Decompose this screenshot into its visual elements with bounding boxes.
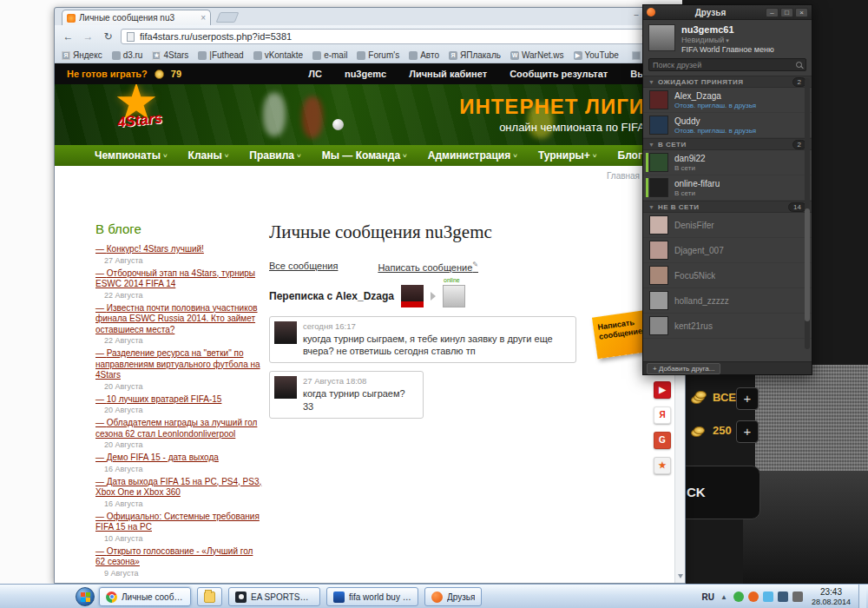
blog-post-link[interactable]: Конкурс! 4Stars лучший! [95,244,264,255]
tray-icon[interactable] [748,591,759,602]
topbar-link[interactable]: ЛС [308,69,322,79]
nav-item[interactable]: Турниры+ ˅ [538,149,597,162]
site-nav: Чемпионаты ˅ Кланы ˅ Правила ˅ Мы — [55,145,685,166]
blog-post-link[interactable]: Обладателем награды за лучший гол сезона… [95,418,264,439]
share-icon[interactable]: ▶ [654,381,671,399]
tray-icon[interactable] [792,591,803,602]
blog-post-link[interactable]: Отборочный этап на 4Stars, турниры ESWC … [95,268,264,290]
nav-item[interactable]: Правила ˅ [249,149,300,162]
write-message-link[interactable]: Написать сообщение✎ [378,261,478,273]
blog-post-link[interactable]: Разделение ресурса на "ветки" по направл… [95,348,264,381]
friend-row[interactable]: holland_zzzzz [643,288,812,314]
friend-row[interactable]: dan9i22 В сети [643,150,812,175]
friend-row[interactable]: kent21rus [643,314,812,339]
bookmark-item[interactable]: ★ 4Stars [152,50,188,60]
friend-row[interactable]: Quddy Отозв. приглаш. в друзья [643,113,812,138]
messages-links: Все сообщения Написать сообщение✎ [269,261,592,273]
avatar[interactable] [401,285,424,307]
taskbar-clock[interactable]: 23:43 28.08.2014 [812,587,851,607]
scrollbar-thumb[interactable] [805,208,810,321]
nav-item[interactable]: Чемпионаты ˅ [95,149,168,162]
section-online-header[interactable]: ▼ В СЕТИ 2 [643,138,812,150]
bookmark-item[interactable]: ▶ YouTube [574,50,619,60]
avatar[interactable] [274,376,297,399]
friends-titlebar[interactable]: Друзья – □ × [643,5,812,20]
bookmark-item[interactable]: Я ЯПлакаль [449,50,501,60]
add-friend-button[interactable]: + Добавить друга... [647,363,720,374]
back-button[interactable]: ← [61,30,76,44]
bookmark-item[interactable]: vKontakte [253,50,303,60]
section-offline-header[interactable]: ▼ НЕ В СЕТИ 14 [643,201,812,213]
nav-item[interactable]: Кланы ˅ [188,149,229,162]
language-indicator[interactable]: RU [702,592,714,602]
topbar-link[interactable]: Личный кабинет [409,69,487,79]
taskbar-button[interactable]: EA SPORTS™ FIFA... [228,587,320,606]
blog-post-item: Официально: Системные требования FIFA 15… [95,512,264,543]
avatar[interactable] [274,321,297,344]
nav-item[interactable]: Мы — Команда ˅ [322,149,407,162]
friends-scrollbar[interactable] [805,78,810,349]
show-desktop-button[interactable] [858,585,866,608]
breadcrumb[interactable]: Главная [607,171,640,181]
forward-button[interactable]: → [81,30,95,44]
nav-item[interactable]: Блог [618,149,645,162]
tray-expand-icon[interactable]: ▲ [720,593,727,601]
share-icon[interactable]: Я [654,406,671,424]
share-icon[interactable]: G [654,432,671,449]
bookmark-favicon: Я [62,51,70,60]
reload-button[interactable]: ↻ [101,30,115,44]
topbar-link[interactable]: Сообщить результат [510,69,608,79]
taskbar-button[interactable]: Друзья [424,587,482,606]
not-ready-link[interactable]: Не готов играть? [67,69,148,79]
tray-icon[interactable] [763,591,773,602]
message-date: сегодня 16:17 [303,321,569,331]
topbar-link[interactable]: nu3gemc [345,69,386,79]
scroll-down-icon[interactable] [678,574,683,578]
taskbar-button[interactable]: Личные сообще... [99,587,191,606]
friends-maximize-button[interactable]: □ [780,8,793,17]
bookmark-item[interactable]: d3.ru [112,50,143,60]
site-logo[interactable]: ★ 4Stars [112,84,192,145]
friends-minimize-button[interactable]: – [766,8,779,17]
friend-row[interactable]: Focu5Nick [643,263,812,288]
tray-icon[interactable] [778,591,788,602]
blog-post-link[interactable]: 10 лучших вратарей FIFA-15 [95,394,264,406]
address-bar[interactable]: fifa4stars.ru/userposts.php?id=5381 ☆ [121,29,656,44]
friend-row[interactable]: DenisFifer [643,213,812,238]
bookmarks-bar: Я Яндекс d3.ru ★ 4Stars |Futhead [55,48,685,63]
avatar[interactable]: online [443,285,465,307]
friend-row[interactable]: online-fifaru В сети [643,175,812,201]
browser-tab[interactable]: Личные сообщения nu3 × [62,10,211,25]
tray-icon[interactable] [733,591,744,602]
start-button[interactable] [76,587,95,606]
section-pending-header[interactable]: ▼ ОЖИДАЮТ ПРИНЯТИЯ 2 [643,76,812,88]
blog-post-link[interactable]: Дата выхода FIFA 15 на PC, PS4, PS3, Xbo… [95,477,264,499]
blog-post-link[interactable]: Известна почти половина участников финал… [95,303,264,336]
blog-post-link[interactable]: Открыто голосование - «Лучший гол 62 сез… [95,546,264,568]
bookmark-item[interactable]: |Futhead [198,50,243,60]
avatar[interactable] [648,24,675,51]
buy-all-plus-button[interactable]: + [736,387,759,410]
new-tab-button[interactable] [216,12,240,23]
bookmark-item[interactable]: Forum's [357,50,399,60]
taskbar-button[interactable] [197,587,222,606]
bookmark-item[interactable]: W WarNet.ws [510,50,564,60]
friend-name: dan9i22 [674,154,706,163]
all-messages-link[interactable]: Все сообщения [269,261,338,273]
nav-item[interactable]: Администрация ˅ [428,149,517,162]
bookmark-item[interactable]: Я Яндекс [62,50,102,60]
blog-post-link[interactable]: Официально: Системные требования FIFA 15… [95,512,264,533]
share-icon[interactable]: ★ [654,457,671,474]
buy-250-plus-button[interactable]: + [736,420,759,443]
taskbar-button[interactable]: fifa world buy 250... [326,587,418,606]
friends-close-button[interactable]: × [795,8,808,17]
tab-close-icon[interactable]: × [201,13,206,23]
status-dropdown[interactable]: Невидимый [681,36,774,44]
bookmark-item[interactable]: Авто [409,50,439,60]
friend-row[interactable]: Djagent_007 [643,238,812,263]
friend-row[interactable]: Alex_Dzaga Отозв. приглаш. в друзья [643,88,812,113]
blog-post-link[interactable]: Демо FIFA 15 - дата выхода [95,453,264,464]
url-text[interactable]: fifa4stars.ru/userposts.php?id=5381 [140,31,635,42]
bookmark-item[interactable]: e-mail [312,50,347,60]
friends-search-input[interactable]: Поиск друзей [648,58,806,71]
